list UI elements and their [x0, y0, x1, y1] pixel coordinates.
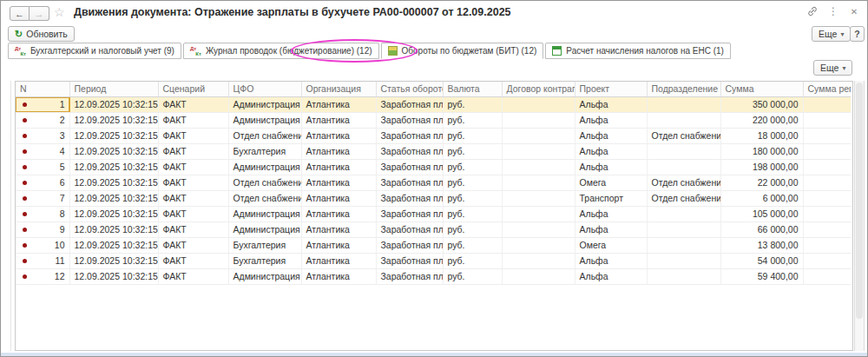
cell-amount[interactable]: 66 000,00: [720, 221, 803, 237]
cell-division[interactable]: [647, 253, 720, 268]
column-header-turnover-item[interactable]: Статья оборотов: [376, 82, 443, 96]
cell-n[interactable]: 7: [16, 190, 69, 206]
cell-period[interactable]: 12.09.2025 10:32:15: [69, 175, 158, 190]
cell-division[interactable]: Отдел снабжения: [647, 175, 720, 190]
cell-amount-regl[interactable]: [803, 96, 851, 112]
cell-scenario[interactable]: ФАКТ: [158, 237, 228, 253]
cell-amount[interactable]: 350 000,00: [720, 96, 803, 112]
cell-currency[interactable]: руб.: [443, 190, 502, 206]
cell-contract[interactable]: [502, 175, 575, 190]
cell-currency[interactable]: руб.: [443, 112, 502, 128]
column-header-division[interactable]: Подразделение: [647, 82, 720, 96]
cell-period[interactable]: 12.09.2025 10:32:15: [69, 112, 158, 128]
cell-division[interactable]: [647, 237, 720, 253]
column-header-scenario[interactable]: Сценарий: [158, 82, 228, 96]
cell-division[interactable]: [647, 221, 720, 237]
cell-contract[interactable]: [502, 268, 575, 284]
cell-division[interactable]: Отдел снабжения: [647, 128, 720, 143]
cell-amount[interactable]: 59 400,00: [720, 268, 803, 284]
cell-currency[interactable]: руб.: [443, 159, 502, 175]
cell-n[interactable]: 9: [16, 221, 69, 237]
cell-organization[interactable]: Атлантика: [301, 159, 376, 175]
cell-amount[interactable]: 105 000,00: [720, 206, 803, 221]
cell-currency[interactable]: руб.: [443, 206, 502, 221]
more-button-grid[interactable]: Еще ▾: [813, 60, 852, 76]
cell-project[interactable]: Альфа: [575, 221, 647, 237]
cell-amount-regl[interactable]: [803, 268, 851, 284]
cell-cfo[interactable]: Бухгалтерия: [228, 237, 301, 253]
cell-amount[interactable]: 6 000,00: [720, 190, 803, 206]
cell-n[interactable]: 5: [16, 159, 69, 175]
cell-scenario[interactable]: ФАКТ: [158, 268, 228, 284]
cell-organization[interactable]: Атлантика: [301, 268, 376, 284]
cell-organization[interactable]: Атлантика: [301, 190, 376, 206]
cell-organization[interactable]: Атлантика: [301, 128, 376, 143]
column-header-n[interactable]: N: [16, 82, 69, 96]
table-row[interactable]: 11 12.09.2025 10:32:15 ФАКТ Бухгалтерия …: [16, 253, 851, 268]
cell-contract[interactable]: [502, 237, 575, 253]
table-row[interactable]: 6 12.09.2025 10:32:15 ФАКТ Отдел снабжен…: [16, 175, 851, 190]
cell-period[interactable]: 12.09.2025 10:32:15: [69, 268, 158, 284]
cell-n[interactable]: 10: [16, 237, 69, 253]
cell-amount[interactable]: 22 000,00: [720, 175, 803, 190]
kebab-menu-icon[interactable]: ⋮: [827, 5, 839, 17]
cell-currency[interactable]: руб.: [443, 253, 502, 268]
cell-contract[interactable]: [502, 221, 575, 237]
cell-cfo[interactable]: Администрация: [228, 96, 301, 112]
cell-amount-regl[interactable]: [803, 143, 851, 159]
cell-turnover-item[interactable]: Заработная плата: [376, 128, 443, 143]
cell-n[interactable]: 11: [16, 253, 69, 268]
scrollbar-thumb[interactable]: [856, 83, 863, 319]
cell-project[interactable]: Альфа: [575, 112, 647, 128]
cell-division[interactable]: Отдел снабжения: [647, 190, 720, 206]
cell-currency[interactable]: руб.: [443, 175, 502, 190]
cell-scenario[interactable]: ФАКТ: [158, 206, 228, 221]
cell-turnover-item[interactable]: Заработная плата ...: [376, 159, 443, 175]
cell-scenario[interactable]: ФАКТ: [158, 143, 228, 159]
table-row[interactable]: 1 12.09.2025 10:32:15 ФАКТ Администрация…: [16, 96, 851, 112]
cell-turnover-item[interactable]: Заработная плата ...: [376, 221, 443, 237]
cell-cfo[interactable]: Бухгалтерия: [228, 143, 301, 159]
cell-project[interactable]: Альфа: [575, 268, 647, 284]
cell-amount[interactable]: 54 000,00: [720, 253, 803, 268]
cell-amount[interactable]: 13 800,00: [720, 237, 803, 253]
cell-project[interactable]: Альфа: [575, 143, 647, 159]
cell-amount-regl[interactable]: [803, 221, 851, 237]
cell-n[interactable]: 3: [16, 128, 69, 143]
cell-amount-regl[interactable]: [803, 190, 851, 206]
table-row[interactable]: 9 12.09.2025 10:32:15 ФАКТ Администрация…: [16, 221, 851, 237]
cell-project[interactable]: Альфа: [575, 206, 647, 221]
cell-project[interactable]: Альфа: [575, 128, 647, 143]
cell-scenario[interactable]: ФАКТ: [158, 128, 228, 143]
vertical-scrollbar[interactable]: [854, 81, 865, 351]
cell-project[interactable]: Омега: [575, 175, 647, 190]
cell-n[interactable]: 6: [16, 175, 69, 190]
favorite-star-icon[interactable]: ☆: [54, 5, 65, 20]
cell-cfo[interactable]: Администрация: [228, 221, 301, 237]
cell-organization[interactable]: Атлантика: [301, 175, 376, 190]
cell-period[interactable]: 12.09.2025 10:32:15: [69, 128, 158, 143]
cell-scenario[interactable]: ФАКТ: [158, 190, 228, 206]
cell-currency[interactable]: руб.: [443, 237, 502, 253]
cell-amount-regl[interactable]: [803, 159, 851, 175]
link-icon[interactable]: [806, 5, 819, 17]
cell-organization[interactable]: Атлантика: [301, 96, 376, 112]
table-row[interactable]: 4 12.09.2025 10:32:15 ФАКТ Бухгалтерия А…: [16, 143, 851, 159]
cell-cfo[interactable]: Отдел снабжения: [228, 128, 301, 143]
cell-contract[interactable]: [502, 128, 575, 143]
cell-organization[interactable]: Атлантика: [301, 237, 376, 253]
cell-division[interactable]: [647, 143, 720, 159]
nav-forward-button[interactable]: →: [30, 6, 49, 21]
cell-division[interactable]: [647, 159, 720, 175]
column-header-period[interactable]: Период: [69, 82, 158, 96]
cell-division[interactable]: [647, 96, 720, 112]
table-row[interactable]: 3 12.09.2025 10:32:15 ФАКТ Отдел снабжен…: [16, 128, 851, 143]
cell-period[interactable]: 12.09.2025 10:32:15: [69, 143, 158, 159]
cell-period[interactable]: 12.09.2025 10:32:15: [69, 237, 158, 253]
cell-cfo[interactable]: Отдел снабжения: [228, 190, 301, 206]
cell-amount[interactable]: 220 000,00: [720, 112, 803, 128]
cell-turnover-item[interactable]: Заработная плата ...: [376, 253, 443, 268]
cell-organization[interactable]: Атлантика: [301, 206, 376, 221]
cell-period[interactable]: 12.09.2025 10:32:15: [69, 190, 158, 206]
cell-amount-regl[interactable]: [803, 112, 851, 128]
